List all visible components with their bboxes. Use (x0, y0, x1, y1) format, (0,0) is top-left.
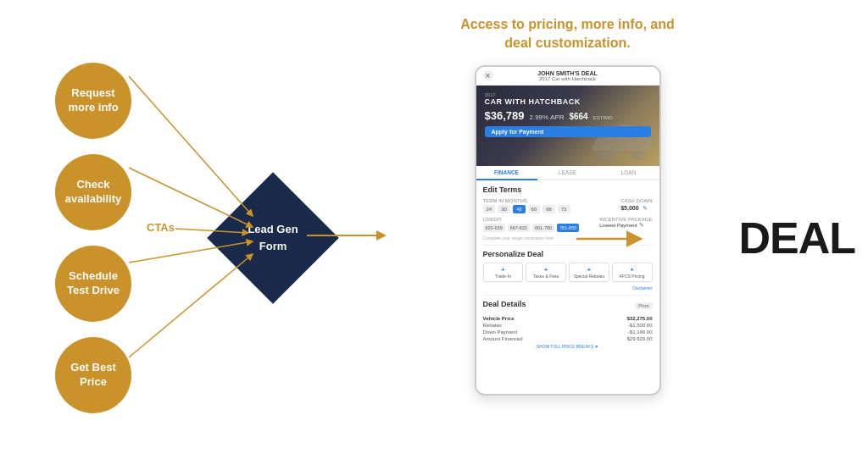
phone-deal-subtitle: 2017 Car with Hatchback (493, 76, 643, 81)
cta-schedule-test-drive[interactable]: Schedule Test Drive (55, 246, 131, 322)
term-66[interactable]: 66 (542, 205, 555, 213)
term-24[interactable]: 24 (483, 205, 496, 213)
personalize-trade-in[interactable]: + Trade-In (483, 263, 524, 282)
right-section: Access to pricing, more info, and deal c… (377, 15, 758, 396)
svg-point-11 (630, 151, 647, 161)
car-price: $36,789 (485, 109, 525, 122)
deal-line-down-payment: Down Payment -$1,146.00 (483, 329, 653, 335)
cash-down-row: $5,000 ✎ (620, 205, 652, 212)
deal-details-section: Deal Details Print Vehicle Price $32,275… (483, 300, 653, 349)
credit-label: CREDIT (483, 217, 580, 222)
print-button[interactable]: Print (635, 302, 652, 309)
credit-667-620[interactable]: 667-620 (508, 224, 530, 232)
cta-request-more-info[interactable]: Request more info (55, 63, 131, 139)
deal-details-title-row: Deal Details Print (483, 300, 653, 313)
term-72[interactable]: 72 (558, 205, 570, 213)
tab-finance[interactable]: FINANCE (476, 166, 537, 180)
divider-1 (483, 245, 653, 246)
phone-tabs: FINANCE LEASE LOAN (476, 166, 659, 180)
incentive-section: INCENTIVE PACKAGE Lowest Payment ✎ (599, 217, 652, 229)
tab-lease[interactable]: LEASE (537, 166, 598, 179)
cash-down-section: CASH DOWN $5,000 ✎ (620, 198, 652, 215)
term-48[interactable]: 48 (513, 205, 526, 213)
page-container: Request more info Check availability Sch… (0, 0, 868, 476)
credit-section: CREDIT 620-639 667-620 661-780 781-850 (483, 217, 580, 234)
deal-details-title: Deal Details (483, 300, 526, 308)
phone-title-area: JOHN SMITH'S DEAL 2017 Car with Hatchbac… (493, 70, 643, 81)
car-apr: 2.99% APR (530, 113, 565, 121)
personalize-title: Personalize Deal (483, 250, 653, 258)
personalize-grid: + Trade-In + Taxes & Fees + Special Reba… (483, 263, 653, 282)
credit-incentive-section: CREDIT 620-639 667-620 661-780 781-850 I… (483, 217, 653, 241)
phone-deal-title: JOHN SMITH'S DEAL (493, 70, 643, 76)
lead-gen-diamond-container: Lead Gen Form (222, 187, 324, 289)
lead-gen-form: Lead Gen Form (207, 172, 339, 304)
deal-line-amount-financed: Amount Financed $29,629.00 (483, 336, 653, 341)
phone-top-bar: × JOHN SMITH'S DEAL 2017 Car with Hatchb… (476, 67, 659, 86)
car-monthly: $664 (569, 112, 587, 121)
term-30[interactable]: 30 (498, 205, 510, 213)
terms-section: TERM IN MONTHS 24 30 48 60 66 72 CASH DO… (483, 198, 653, 217)
disclaimer-text: Complete your range constraints here (483, 235, 653, 241)
personalize-special-rebates[interactable]: + Special Rebates (569, 263, 609, 282)
personalize-afcs-pricing[interactable]: + AFCS Pricing (612, 263, 653, 282)
phone-close-button[interactable]: × (483, 70, 493, 80)
term-60[interactable]: 60 (528, 205, 541, 213)
incentive-value: Lowest Payment (599, 223, 637, 228)
incentive-edit-icon[interactable]: ✎ (639, 222, 644, 229)
cta-get-best-price[interactable]: Get Best Price (55, 337, 131, 413)
car-image-area: 2017 CAR WITH HATCHBACK $36,789 2.99% AP… (476, 86, 659, 166)
tab-loan[interactable]: LOAN (598, 166, 659, 179)
divider-2 (483, 295, 653, 296)
cta-column: Request more info Check availability Sch… (25, 63, 161, 413)
deal-word: DEAL (738, 213, 855, 263)
car-monthly-label: EST/MO (593, 115, 613, 120)
personalize-taxes-fees[interactable]: + Taxes & Fees (526, 263, 566, 282)
show-full-price-link[interactable]: SHOW FULL PRICE BREAKS ▼ (483, 344, 653, 349)
phone-mockup: × JOHN SMITH'S DEAL 2017 Car with Hatchb… (475, 65, 661, 396)
deal-line-rebates: Rebates -$1,500.00 (483, 323, 653, 328)
header-text: Access to pricing, more info, and deal c… (449, 15, 687, 53)
term-months-section: TERM IN MONTHS 24 30 48 60 66 72 (483, 198, 570, 217)
cta-check-availability[interactable]: Check availability (55, 154, 131, 230)
credit-781-850[interactable]: 781-850 (557, 224, 579, 232)
personalize-section: Personalize Deal + Trade-In + Taxes & Fe… (483, 250, 653, 291)
credit-buttons: 620-639 667-620 661-780 781-850 (483, 224, 580, 232)
car-pricing-row: $36,789 2.99% APR $664 EST/MO (485, 109, 651, 122)
car-model: CAR WITH HATCHBACK (485, 97, 651, 106)
cash-down-label: CASH DOWN (620, 198, 652, 203)
svg-point-10 (596, 151, 613, 161)
deal-line-vehicle-price: Vehicle Price $32,275.00 (483, 316, 653, 321)
personalize-disclaimer[interactable]: Disclaimer (483, 285, 653, 291)
cash-down-value: $5,000 (620, 205, 638, 211)
lead-gen-form-label: Lead Gen Form (248, 221, 298, 254)
incentive-label: INCENTIVE PACKAGE (599, 217, 652, 222)
credit-620-639[interactable]: 620-639 (483, 224, 505, 232)
phone-content: Edit Terms TERM IN MONTHS 24 30 48 60 66… (476, 180, 659, 354)
term-months-label: TERM IN MONTHS (483, 198, 570, 203)
edit-terms-title: Edit Terms (483, 185, 653, 194)
credit-661-780[interactable]: 661-780 (532, 224, 554, 232)
deal-section: DEAL (738, 213, 855, 263)
edit-icon[interactable]: ✎ (643, 205, 648, 212)
apply-payment-button[interactable]: Apply for Payment (485, 126, 651, 137)
term-buttons: 24 30 48 60 66 72 (483, 205, 570, 213)
